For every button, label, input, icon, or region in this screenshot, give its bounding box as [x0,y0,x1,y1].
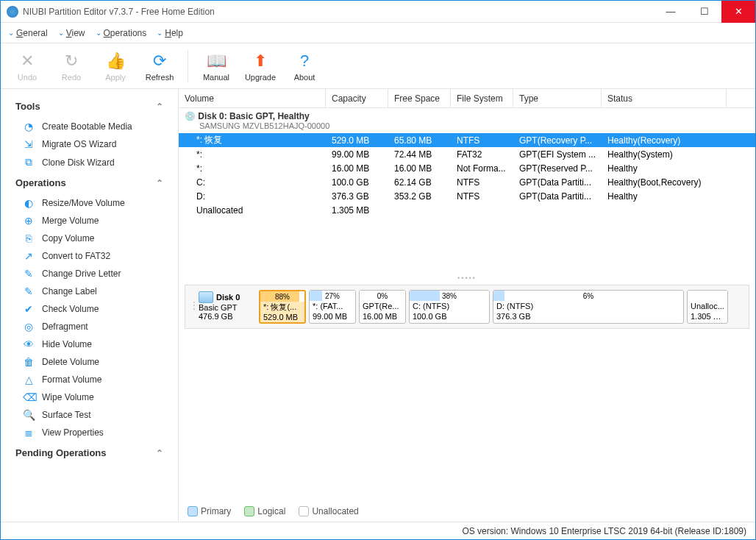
diskmap-partition[interactable]: Unalloc...1.305 MB [687,290,728,324]
sidebar-item-clone-disk-wizard[interactable]: ⧉Clone Disk Wizard [1,153,178,171]
content: Volume Capacity Free Space File System T… [179,89,755,522]
col-free[interactable]: Free Space [388,89,451,107]
titlebar: NIUBI Partition Editor v7.3.7 - Free Hom… [1,1,755,23]
toolbar-separator [188,50,188,82]
item-icon: 👁 [23,338,35,350]
sidebar-item-view-properties[interactable]: ≣View Properties [1,424,178,441]
sidebar-item-convert-to-fat32[interactable]: ↗Convert to FAT32 [1,247,178,265]
col-capacity[interactable]: Capacity [326,89,388,107]
sidebar-item-defragment[interactable]: ◎Defragment [1,318,178,335]
status-text: OS version: Windows 10 Enterprise LTSC 2… [462,526,746,536]
menu-operations[interactable]: ⌄Operations [96,28,147,38]
splitter[interactable]: ••••• [179,274,755,282]
partition-row[interactable]: *: 恢复529.0 MB65.80 MBNTFSGPT(Recovery P.… [179,133,755,147]
refresh-icon: ⟳ [149,51,170,71]
disk-name: Disk 0: Basic GPT, Healthy [198,111,309,121]
sidebar-item-hide-volume[interactable]: 👁Hide Volume [1,335,178,353]
manual-button[interactable]: 📖Manual [200,51,232,82]
item-icon: ↗ [23,250,35,262]
legend-unallocated: Unallocated [299,506,358,517]
upgrade-button[interactable]: ⬆Upgrade [244,51,277,82]
sidebar-item-check-volume[interactable]: ✔Check Volume [1,300,178,318]
sidebar-item-delete-volume[interactable]: 🗑Delete Volume [1,353,178,371]
chevron-down-icon: ⌄ [8,29,14,37]
diskmap-handle-icon[interactable]: ⋮ [190,290,196,310]
disk-model: SAMSUNG MZVLB512HAJQ-00000 [185,121,749,130]
maximize-button[interactable]: ☐ [688,1,721,23]
about-button[interactable]: ?About [288,51,321,82]
sidebar-item-wipe-volume[interactable]: ⌫Wipe Volume [1,388,178,406]
disk-row[interactable]: 💿 Disk 0: Basic GPT, Healthy SAMSUNG MZV… [179,108,755,133]
sidebar-item-migrate-os-wizard[interactable]: ⇲Migrate OS Wizard [1,135,178,153]
close-button[interactable]: ✕ [721,1,755,23]
chevron-up-icon: ⌃ [156,178,163,188]
window-title: NIUBI Partition Editor v7.3.7 - Free Hom… [23,7,654,17]
diskmap-partition[interactable]: 6%D: (NTFS)376.3 GB [493,290,684,324]
toolbar: ✕Undo↻Redo👍Apply⟳Refresh📖Manual⬆Upgrade?… [1,43,755,89]
sidebar-item-create-bootable-media[interactable]: ◔Create Bootable Media [1,118,178,135]
item-icon: ✎ [23,268,35,280]
partition-row[interactable]: *:16.00 MB16.00 MBNot Forma...GPT(Reserv… [179,161,755,175]
sidebar-item-change-label[interactable]: ✎Change Label [1,283,178,300]
redo-button: ↻Redo [55,51,88,82]
item-icon: 🔍 [23,409,35,421]
item-icon: ◎ [23,321,35,333]
item-icon: ✎ [23,285,35,297]
sidebar-section-operations[interactable]: Operations⌃ [1,171,178,194]
undo-icon: ✕ [17,51,38,71]
legend-primary: Primary [188,506,231,517]
sidebar-item-surface-test[interactable]: 🔍Surface Test [1,406,178,424]
sidebar-item-copy-volume[interactable]: ⎘Copy Volume [1,230,178,247]
item-icon: ⌫ [23,391,35,403]
table-header: Volume Capacity Free Space File System T… [179,89,755,108]
diskmap-partition[interactable]: 88%*: 恢复(...529.0 MB [259,290,306,324]
diskmap-partition[interactable]: 0%GPT(Re...16.00 MB [359,290,406,324]
item-icon: ⇲ [23,138,35,150]
sidebar-item-merge-volume[interactable]: ⊕Merge Volume [1,212,178,230]
sidebar: Tools⌃◔Create Bootable Media⇲Migrate OS … [1,89,179,522]
item-icon: ✔ [23,303,35,315]
diskmap-label[interactable]: Disk 0 Basic GPT 476.9 GB [199,290,256,321]
sidebar-item-resize-move-volume[interactable]: ◐Resize/Move Volume [1,194,178,212]
legend-logical: Logical [244,506,285,517]
col-type[interactable]: Type [513,89,602,107]
partition-row[interactable]: *:99.00 MB72.44 MBFAT32GPT(EFI System ..… [179,147,755,161]
item-icon: △ [23,374,35,386]
disk-icon [199,291,213,303]
diskmap-partition[interactable]: 27%*: (FAT...99.00 MB [309,290,356,324]
about-icon: ? [294,51,315,71]
menu-view[interactable]: ⌄View [58,28,85,38]
refresh-button[interactable]: ⟳Refresh [143,51,176,82]
diskmap-partition[interactable]: 38%C: (NTFS)100.0 GB [409,290,490,324]
menu-help[interactable]: ⌄Help [157,28,183,38]
manual-icon: 📖 [206,51,227,71]
minimize-button[interactable]: — [654,1,688,23]
sidebar-item-format-volume[interactable]: △Format Volume [1,371,178,388]
sidebar-item-change-drive-letter[interactable]: ✎Change Drive Letter [1,265,178,283]
chevron-up-icon: ⌃ [156,448,163,458]
table-body: 💿 Disk 0: Basic GPT, Healthy SAMSUNG MZV… [179,108,755,274]
chevron-down-icon: ⌄ [96,29,101,37]
upgrade-icon: ⬆ [250,51,271,71]
main: Tools⌃◔Create Bootable Media⇲Migrate OS … [1,89,755,522]
partition-row[interactable]: C:100.0 GB62.14 GBNTFSGPT(Data Partiti..… [179,175,755,189]
col-volume[interactable]: Volume [179,89,326,107]
statusbar: OS version: Windows 10 Enterprise LTSC 2… [1,522,755,539]
item-icon: ⧉ [23,156,35,168]
chevron-down-icon: ⌄ [58,29,64,37]
apply-button: 👍Apply [99,51,132,82]
partition-row[interactable]: D:376.3 GB353.2 GBNTFSGPT(Data Partiti..… [179,189,755,203]
col-filesystem[interactable]: File System [451,89,513,107]
col-status[interactable]: Status [602,89,727,107]
sidebar-section-pending-operations[interactable]: Pending Operations⌃ [1,441,178,464]
partition-row[interactable]: Unallocated1.305 MB [179,203,755,217]
disk-map: ⋮ Disk 0 Basic GPT 476.9 GB 88%*: 恢复(...… [185,285,749,329]
sidebar-section-tools[interactable]: Tools⌃ [1,95,178,118]
menu-general[interactable]: ⌄General [8,28,48,38]
legend: Primary Logical Unallocated [179,501,755,522]
app-logo-icon [7,6,18,18]
item-icon: ⊕ [23,215,35,227]
item-icon: 🗑 [23,356,35,368]
item-icon: ◔ [23,121,35,132]
undo-button: ✕Undo [11,51,43,82]
